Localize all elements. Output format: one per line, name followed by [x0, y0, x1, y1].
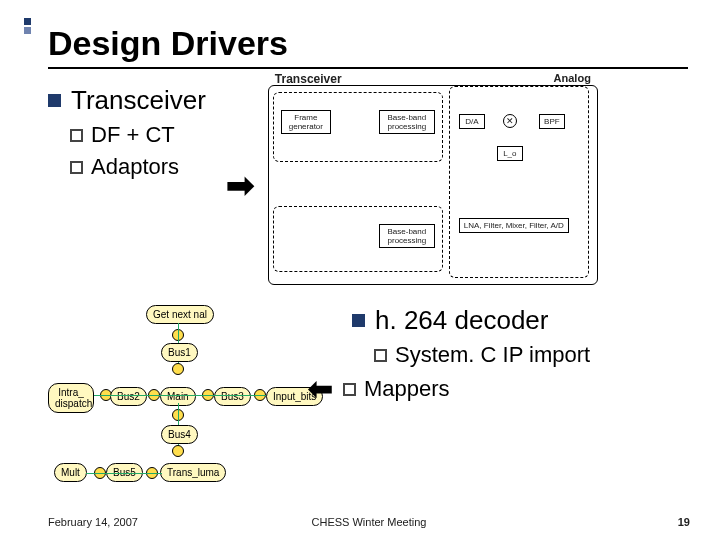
bus2-node: Bus2 — [110, 387, 147, 406]
intra-node: Intra_ dispatch — [48, 383, 94, 413]
bullet-square-icon — [48, 94, 61, 107]
transceiver-diagram-label: Transceiver — [275, 72, 342, 86]
bullet-square-icon — [352, 314, 365, 327]
baseband-rx-box: Base-band processing — [379, 224, 435, 248]
hollow-square-icon — [343, 383, 356, 396]
baseband-tx-box: Base-band processing — [379, 110, 435, 134]
hollow-square-icon — [70, 161, 83, 174]
trans-luma-node: Trans_luma — [160, 463, 226, 482]
sub-bullet-mappers: Mappers — [343, 376, 450, 402]
get-next-node: Get next nal — [146, 305, 214, 324]
hollow-square-icon — [374, 349, 387, 362]
title-rule — [48, 67, 688, 69]
slide-accent — [24, 18, 31, 34]
bullet-transceiver: Transceiver — [48, 85, 206, 116]
decoder-diagram: Get next nal Bus1 Intra_ dispatch Bus2 M… — [48, 305, 338, 485]
bus3-node: Bus3 — [214, 387, 251, 406]
mixer-icon: ✕ — [503, 114, 517, 128]
arrow-right-icon: ➡ — [226, 168, 254, 202]
da-box: D/A — [459, 114, 485, 129]
analog-label: Analog — [554, 72, 591, 84]
transceiver-diagram: Transceiver Analog Frame generator Base-… — [268, 85, 598, 285]
bus1-node: Bus1 — [161, 343, 198, 362]
rx-chain-box: LNA, Filter, Mixer, Filter, A/D — [459, 218, 569, 233]
mult-node: Mult — [54, 463, 87, 482]
footer-page: 19 — [678, 516, 690, 528]
lo-box: L_o — [497, 146, 523, 161]
footer-center: CHESS Winter Meeting — [312, 516, 427, 528]
bullet-decoder: h. 264 decoder — [352, 305, 590, 336]
footer-date: February 14, 2007 — [48, 516, 138, 528]
hollow-square-icon — [70, 129, 83, 142]
bpf-box: BPF — [539, 114, 565, 129]
sub-bullet-adaptors: Adaptors — [70, 154, 206, 180]
frame-generator-box: Frame generator — [281, 110, 331, 134]
bus4-node: Bus4 — [161, 425, 198, 444]
sub-bullet-df-ct: DF + CT — [70, 122, 206, 148]
sub-bullet-systemc: System. C IP import — [374, 342, 590, 368]
arrow-left-icon: ➡ — [308, 374, 333, 404]
slide-title: Design Drivers — [48, 24, 684, 63]
slide-footer: February 14, 2007 CHESS Winter Meeting 1… — [48, 516, 690, 528]
